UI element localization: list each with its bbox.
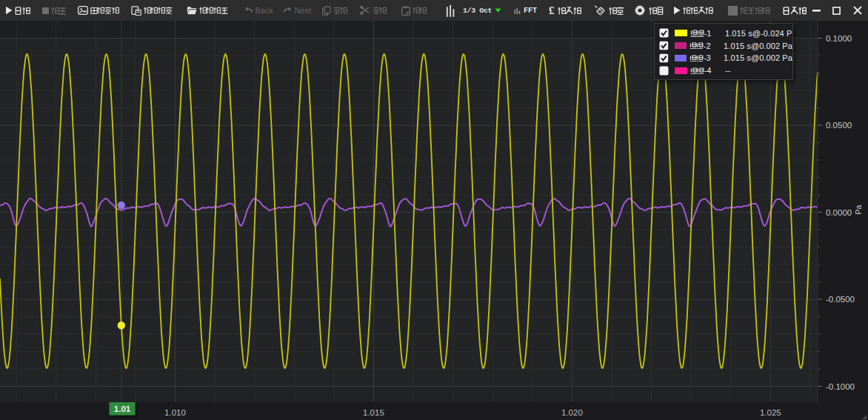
- svg-text:1.010: 1.010: [164, 408, 186, 417]
- svg-text:-0.0500: -0.0500: [826, 295, 855, 304]
- svg-text:Pa: Pa: [854, 204, 863, 214]
- svg-text:1.01: 1.01: [114, 404, 131, 413]
- svg-text:1.015: 1.015: [363, 408, 384, 417]
- svg-text:0.0500: 0.0500: [826, 121, 852, 130]
- svg-text:0.1000: 0.1000: [826, 34, 852, 43]
- svg-text:-0.1000: -0.1000: [826, 382, 855, 391]
- svg-text:1.020: 1.020: [561, 408, 583, 417]
- svg-text:0.0000: 0.0000: [826, 208, 852, 217]
- svg-text:1.025: 1.025: [760, 408, 781, 417]
